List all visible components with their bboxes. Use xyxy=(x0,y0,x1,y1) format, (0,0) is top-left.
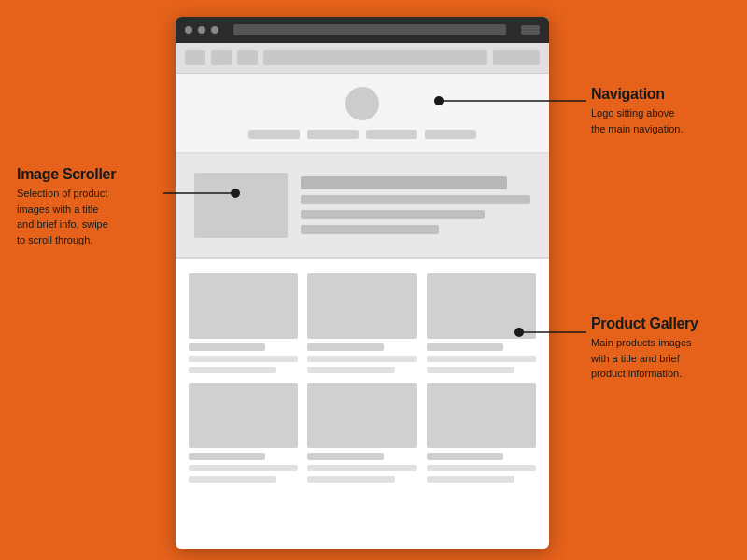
toolbar-btn-3[interactable] xyxy=(237,50,258,65)
navigation-bar xyxy=(248,130,476,139)
image-scroller xyxy=(176,154,549,259)
navigation-annotation: Navigation Logo sitting abovethe main na… xyxy=(591,86,683,136)
browser-content xyxy=(176,74,549,549)
product-desc-4b xyxy=(189,476,276,483)
product-gallery-label-title: Product Gallery xyxy=(591,315,698,332)
hero-desc-line-3 xyxy=(301,225,439,234)
chrome-action-btn xyxy=(521,25,540,35)
product-card-4[interactable] xyxy=(189,383,298,483)
toolbar-btn-2[interactable] xyxy=(211,50,232,65)
product-gallery-label-desc: Main products imageswith a title and bri… xyxy=(591,335,698,382)
product-desc-5b xyxy=(307,476,395,483)
nav-item-4[interactable] xyxy=(425,130,476,139)
product-title-4 xyxy=(189,453,265,460)
image-scroller-label-desc: Selection of productimages with a titlea… xyxy=(17,186,116,247)
product-title-1 xyxy=(189,343,265,351)
product-desc-4a xyxy=(189,465,298,471)
hero-desc-line-1 xyxy=(301,195,530,204)
product-image-5 xyxy=(307,383,416,448)
toolbar-btn-1[interactable] xyxy=(185,50,205,65)
product-image-3 xyxy=(427,273,536,339)
product-image-4 xyxy=(189,383,298,448)
product-title-5 xyxy=(307,453,384,460)
product-desc-2a xyxy=(307,356,416,362)
chrome-dot-2 xyxy=(198,26,205,34)
nav-item-2[interactable] xyxy=(307,130,359,139)
product-desc-6a xyxy=(427,465,536,471)
product-image-1 xyxy=(189,273,298,339)
toolbar-action-btn[interactable] xyxy=(493,50,540,65)
product-desc-1a xyxy=(189,356,298,362)
chrome-dot-1 xyxy=(185,26,192,34)
page-header xyxy=(176,74,549,154)
browser-chrome xyxy=(176,17,549,43)
product-card-5[interactable] xyxy=(307,383,416,483)
product-gallery-annotation: Product Gallery Main products imageswith… xyxy=(591,315,698,382)
product-desc-5a xyxy=(307,465,416,471)
navigation-label-desc: Logo sitting abovethe main navigation. xyxy=(591,105,683,136)
hero-desc-line-2 xyxy=(301,210,485,219)
logo-placeholder xyxy=(345,87,379,120)
product-desc-3a xyxy=(427,356,536,362)
product-title-2 xyxy=(307,343,384,351)
image-scroller-label-title: Image Scroller xyxy=(17,166,116,183)
nav-item-3[interactable] xyxy=(366,130,417,139)
product-desc-6b xyxy=(427,476,514,483)
toolbar-address-bar[interactable] xyxy=(263,50,487,65)
browser-window xyxy=(176,17,549,549)
toolbar xyxy=(176,43,549,74)
nav-item-1[interactable] xyxy=(248,130,300,139)
product-desc-2b xyxy=(307,367,395,373)
product-card-6[interactable] xyxy=(427,383,536,483)
product-image-2 xyxy=(307,273,416,339)
gallery-grid xyxy=(189,273,536,483)
product-desc-3b xyxy=(427,367,514,373)
product-desc-1b xyxy=(189,367,276,373)
product-card-2[interactable] xyxy=(307,273,416,373)
product-card-1[interactable] xyxy=(189,273,298,373)
hero-text-block xyxy=(301,176,530,234)
image-scroller-annotation: Image Scroller Selection of productimage… xyxy=(17,166,116,247)
product-image-6 xyxy=(427,383,536,448)
product-card-3[interactable] xyxy=(427,273,536,373)
hero-title-line xyxy=(301,176,507,189)
product-title-3 xyxy=(427,343,503,351)
chrome-dot-3 xyxy=(211,26,218,34)
hero-image-placeholder xyxy=(194,173,288,238)
product-title-6 xyxy=(427,453,503,460)
navigation-label-title: Navigation xyxy=(591,86,683,103)
product-gallery xyxy=(176,259,549,497)
chrome-address-bar xyxy=(233,24,506,35)
